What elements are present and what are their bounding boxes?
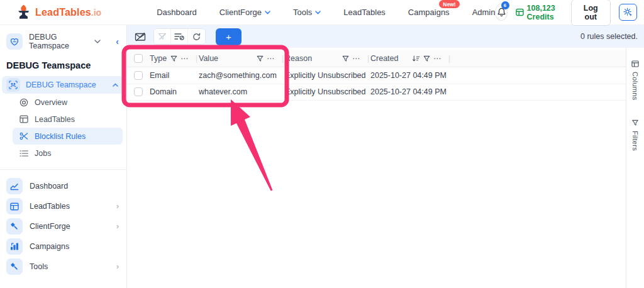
- logout-button[interactable]: Log out: [571, 0, 611, 26]
- brand-logo[interactable]: LeadTables.io: [16, 4, 101, 20]
- nav-campaigns[interactable]: Campaigns New!: [408, 8, 450, 17]
- chevron-up-icon: [113, 83, 118, 87]
- notifications-button[interactable]: 6: [495, 4, 507, 21]
- gavel-icon: [6, 258, 23, 275]
- sun-sparkle-icon: [623, 8, 633, 17]
- sidebar-item-dashboard[interactable]: Dashboard: [0, 176, 126, 196]
- table-header-row: Type ⋯ | Value ⋯: [127, 50, 626, 67]
- sidebar-item-blocklist-rules[interactable]: Blocklist Rules: [13, 128, 123, 145]
- column-header-created: Created: [370, 54, 398, 63]
- select-all-checkbox[interactable]: [134, 54, 143, 63]
- chevron-right-icon: ›: [116, 222, 119, 231]
- column-header-reason: Reason: [285, 54, 312, 63]
- columns-table-icon: [631, 60, 639, 67]
- new-badge: New!: [439, 0, 459, 8]
- filter-icon[interactable]: [170, 55, 177, 62]
- column-divider: |: [448, 54, 450, 63]
- cell-created: 2025-10-27 04:49 PM: [370, 71, 452, 80]
- chart-icon: [6, 178, 23, 194]
- nav-leadtables[interactable]: LeadTables: [343, 8, 386, 17]
- column-menu-icon[interactable]: ⋯: [352, 54, 360, 63]
- row-checkbox[interactable]: [134, 87, 143, 96]
- column-menu-icon[interactable]: ⋯: [180, 54, 189, 63]
- cell-created: 2025-10-27 04:49 PM: [370, 87, 452, 96]
- sidebar: DEBUG Teamspace ‹ DEBUG Teamspace DEBUG …: [0, 25, 127, 288]
- filter-icon[interactable]: [257, 55, 264, 62]
- remove-filter-rules-button[interactable]: [171, 29, 188, 44]
- tab-filters[interactable]: Filters: [631, 119, 639, 151]
- sidebar-item-debug-teamspace[interactable]: DEBUG Teamspace: [2, 76, 125, 94]
- tab-columns[interactable]: Columns: [631, 60, 639, 101]
- nav-admin[interactable]: Admin: [472, 8, 496, 17]
- unsubscribe-email-button[interactable]: [133, 29, 148, 44]
- sidebar-item-jobs[interactable]: Jobs: [0, 145, 126, 162]
- nav-dashboard[interactable]: Dashboard: [157, 8, 197, 17]
- chevron-down-icon: [265, 11, 270, 14]
- teamspace-heading: DEBUG Teamspace: [0, 54, 126, 76]
- anvil-flame-icon: [16, 4, 31, 20]
- filters-funnel-icon: [631, 119, 639, 126]
- team-icon: [6, 78, 20, 92]
- filter-icon[interactable]: [423, 55, 430, 62]
- teamspace-heart-icon: [6, 33, 23, 50]
- sidebar-item-label: DEBUG Teamspace: [26, 80, 107, 89]
- sidebar-collapse-chevron[interactable]: ‹: [116, 36, 119, 47]
- sort-descending-icon[interactable]: [412, 55, 420, 62]
- envelope-slash-icon: [135, 32, 146, 42]
- sidebar-item-label: LeadTables: [35, 115, 75, 124]
- teamspace-selector[interactable]: DEBUG Teamspace ‹: [0, 30, 126, 54]
- tab-label: Columns: [631, 72, 639, 101]
- top-navigation: Dashboard ClientForge Tools LeadTables C…: [157, 8, 495, 17]
- refresh-icon: [192, 33, 201, 41]
- header-actions: 6 108,123 Credits Log out: [495, 0, 636, 26]
- sidebar-item-clientforge[interactable]: ClientForge ›: [0, 216, 126, 236]
- brand-name: LeadTables: [35, 7, 91, 18]
- column-divider: |: [367, 54, 369, 63]
- table-row[interactable]: Email zach@something.com Explicitly Unsu…: [127, 67, 626, 84]
- overview-target-icon: [19, 98, 28, 107]
- table-icon: [19, 115, 28, 123]
- clear-filters-button[interactable]: [154, 29, 171, 44]
- table-icon: [6, 198, 23, 214]
- sidebar-item-label: Dashboard: [30, 182, 119, 191]
- app-body: DEBUG Teamspace ‹ DEBUG Teamspace DEBUG …: [0, 25, 644, 288]
- filter-list-off-icon: [174, 33, 184, 40]
- credits-counter: 108,123 Credits: [516, 4, 563, 21]
- sidebar-divider: [0, 169, 126, 170]
- sidebar-item-label: ClientForge: [30, 222, 109, 231]
- sidebar-item-label: Blocklist Rules: [35, 132, 86, 141]
- theme-toggle-button[interactable]: [619, 4, 637, 21]
- blocklist-rules-table: Type ⋯ | Value ⋯: [127, 48, 626, 288]
- column-header-value: Value: [199, 54, 218, 63]
- tab-label: Filters: [631, 131, 639, 151]
- main-area: + 0 rules selected. Type ⋯ |: [127, 25, 644, 288]
- rules-toolbar: + 0 rules selected.: [127, 25, 644, 48]
- sidebar-item-label: Overview: [35, 98, 67, 107]
- credits-label: 108,123 Credits: [527, 4, 563, 21]
- nav-clientforge[interactable]: ClientForge: [219, 8, 270, 17]
- refresh-button[interactable]: [188, 29, 205, 44]
- column-header-type: Type: [150, 54, 167, 63]
- table-row[interactable]: Domain whatever.com Explicitly Unsubscri…: [127, 84, 626, 101]
- column-menu-icon[interactable]: ⋯: [267, 54, 275, 63]
- sidebar-item-label: Tools: [30, 262, 109, 271]
- scissors-icon: [19, 132, 28, 140]
- add-rule-button[interactable]: +: [216, 28, 242, 45]
- column-menu-icon[interactable]: ⋯: [433, 54, 441, 63]
- credits-icon: [516, 8, 524, 16]
- filter-icon[interactable]: [342, 55, 349, 62]
- sidebar-item-leadtables[interactable]: LeadTables: [0, 111, 126, 128]
- column-divider: |: [196, 54, 197, 63]
- sidebar-item-overview[interactable]: Overview: [0, 94, 126, 111]
- list-icon: [19, 150, 28, 157]
- chevron-down-icon: [94, 40, 101, 43]
- sidebar-item-campaigns[interactable]: Campaigns: [0, 236, 126, 257]
- nav-tools[interactable]: Tools: [293, 8, 321, 17]
- row-checkbox[interactable]: [134, 71, 143, 80]
- notification-count-badge: 6: [501, 1, 509, 9]
- sidebar-item-leadtables-global[interactable]: LeadTables ›: [0, 196, 126, 216]
- cell-value: zach@something.com: [199, 71, 285, 80]
- sidebar-item-tools[interactable]: Tools ›: [0, 257, 126, 277]
- column-divider: |: [282, 54, 284, 63]
- cell-type: Email: [150, 71, 199, 80]
